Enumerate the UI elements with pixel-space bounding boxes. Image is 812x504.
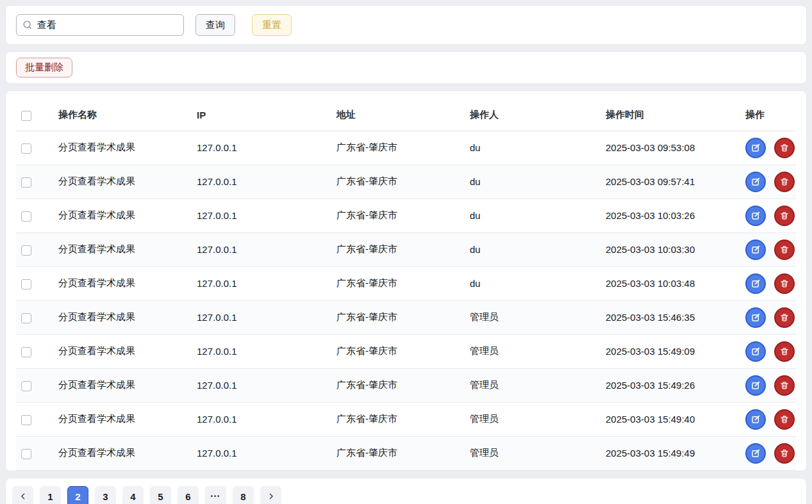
- column-header-ip: IP: [197, 100, 336, 131]
- edit-icon: [750, 346, 761, 357]
- log-table: 操作名称 IP 地址 操作人 操作时间 操作 分页查看学术成果 127.0.0.…: [16, 100, 796, 471]
- cell-address: 广东省-肇庆市: [336, 165, 470, 199]
- row-checkbox[interactable]: [21, 279, 31, 289]
- pagination: 123456•••8: [12, 486, 281, 504]
- delete-button[interactable]: [774, 443, 795, 464]
- pagination-page-6[interactable]: 6: [178, 486, 199, 504]
- pagination-page-4[interactable]: 4: [122, 486, 144, 504]
- row-checkbox[interactable]: [21, 177, 31, 188]
- pagination-page-1[interactable]: 1: [40, 486, 61, 504]
- edit-icon: [750, 176, 761, 187]
- table-row: 分页查看学术成果 127.0.0.1 广东省-肇庆市 管理员 2025-03-0…: [16, 334, 796, 368]
- search-box: [16, 14, 184, 36]
- row-actions: [745, 206, 796, 226]
- table-body: 分页查看学术成果 127.0.0.1 广东省-肇庆市 du 2025-03-03…: [16, 131, 796, 470]
- column-header-address: 地址: [336, 100, 470, 131]
- row-checkbox[interactable]: [21, 143, 31, 154]
- table-row: 分页查看学术成果 127.0.0.1 广东省-肇庆市 管理员 2025-03-0…: [16, 402, 796, 436]
- delete-button[interactable]: [774, 375, 795, 396]
- cell-ip: 127.0.0.1: [197, 232, 336, 266]
- delete-button[interactable]: [774, 273, 795, 294]
- row-checkbox[interactable]: [21, 347, 31, 357]
- pagination-ellipsis[interactable]: •••: [205, 486, 226, 504]
- cell-address: 广东省-肇庆市: [336, 232, 470, 266]
- cell-operation-name: 分页查看学术成果: [58, 300, 197, 334]
- edit-button[interactable]: [745, 375, 766, 396]
- edit-icon: [750, 244, 761, 255]
- pagination-prev-button[interactable]: [12, 486, 33, 504]
- delete-button[interactable]: [774, 409, 795, 430]
- row-checkbox[interactable]: [21, 211, 31, 222]
- cell-operator: du: [470, 131, 606, 165]
- row-actions: [745, 341, 796, 362]
- batch-delete-button[interactable]: 批量删除: [16, 58, 72, 77]
- row-checkbox[interactable]: [21, 313, 31, 323]
- cell-ip: 127.0.0.1: [197, 402, 336, 436]
- pagination-next-button[interactable]: [260, 486, 281, 504]
- cell-time: 2025-03-03 09:53:08: [606, 131, 745, 165]
- search-input[interactable]: [16, 14, 184, 36]
- cell-operator: du: [470, 266, 606, 300]
- delete-button[interactable]: [774, 172, 795, 192]
- cell-operator: 管理员: [470, 300, 606, 334]
- pagination-page-8[interactable]: 8: [233, 486, 254, 504]
- table-row: 分页查看学术成果 127.0.0.1 广东省-肇庆市 du 2025-03-03…: [16, 199, 796, 232]
- query-button[interactable]: 查询: [195, 14, 235, 36]
- edit-button[interactable]: [745, 307, 766, 328]
- cell-address: 广东省-肇庆市: [336, 368, 470, 402]
- cell-time: 2025-03-03 15:49:49: [606, 436, 745, 470]
- row-actions: [745, 375, 796, 396]
- row-checkbox[interactable]: [21, 245, 31, 256]
- cell-ip: 127.0.0.1: [197, 131, 336, 165]
- cell-operator: 管理员: [470, 334, 606, 368]
- delete-button[interactable]: [774, 206, 795, 226]
- edit-button[interactable]: [745, 172, 766, 192]
- cell-address: 广东省-肇庆市: [336, 334, 470, 368]
- delete-button[interactable]: [774, 307, 795, 328]
- row-actions: [745, 273, 796, 294]
- edit-button[interactable]: [745, 409, 766, 430]
- cell-ip: 127.0.0.1: [197, 368, 336, 402]
- cell-time: 2025-03-03 10:03:30: [606, 232, 745, 266]
- cell-ip: 127.0.0.1: [197, 266, 336, 300]
- cell-operator: 管理员: [470, 436, 606, 470]
- edit-button[interactable]: [745, 443, 766, 464]
- cell-address: 广东省-肇庆市: [336, 199, 470, 232]
- row-actions: [745, 409, 796, 430]
- row-actions: [745, 138, 796, 158]
- edit-button[interactable]: [745, 138, 766, 158]
- edit-button[interactable]: [745, 206, 766, 226]
- edit-button[interactable]: [745, 341, 766, 362]
- delete-button[interactable]: [774, 341, 795, 362]
- cell-address: 广东省-肇庆市: [336, 300, 470, 334]
- column-header-actions: 操作: [745, 100, 796, 131]
- cell-time: 2025-03-03 15:49:40: [606, 402, 745, 436]
- pagination-card: 123456•••8: [5, 478, 807, 504]
- delete-button[interactable]: [774, 240, 795, 260]
- cell-address: 广东省-肇庆市: [336, 402, 470, 436]
- trash-icon: [779, 346, 790, 357]
- chevron-right-icon: [267, 492, 276, 501]
- cell-time: 2025-03-03 10:03:48: [606, 266, 745, 300]
- pagination-page-2[interactable]: 2: [67, 486, 88, 504]
- row-checkbox[interactable]: [21, 415, 31, 425]
- cell-ip: 127.0.0.1: [197, 300, 336, 334]
- pagination-page-5[interactable]: 5: [150, 486, 171, 504]
- row-actions: [745, 443, 796, 464]
- row-checkbox[interactable]: [21, 381, 31, 391]
- table-row: 分页查看学术成果 127.0.0.1 广东省-肇庆市 du 2025-03-03…: [16, 232, 796, 266]
- edit-button[interactable]: [745, 240, 766, 260]
- delete-button[interactable]: [774, 138, 795, 158]
- cell-ip: 127.0.0.1: [197, 334, 336, 368]
- select-all-checkbox[interactable]: [21, 111, 31, 121]
- edit-icon: [750, 142, 761, 153]
- cell-address: 广东省-肇庆市: [336, 131, 470, 165]
- row-checkbox[interactable]: [21, 449, 31, 459]
- pagination-page-3[interactable]: 3: [95, 486, 116, 504]
- reset-button[interactable]: 重置: [252, 14, 292, 36]
- table-row: 分页查看学术成果 127.0.0.1 广东省-肇庆市 du 2025-03-03…: [16, 131, 796, 165]
- table-row: 分页查看学术成果 127.0.0.1 广东省-肇庆市 du 2025-03-03…: [16, 165, 796, 199]
- table-row: 分页查看学术成果 127.0.0.1 广东省-肇庆市 管理员 2025-03-0…: [16, 368, 796, 402]
- edit-icon: [750, 278, 761, 289]
- edit-button[interactable]: [745, 273, 766, 294]
